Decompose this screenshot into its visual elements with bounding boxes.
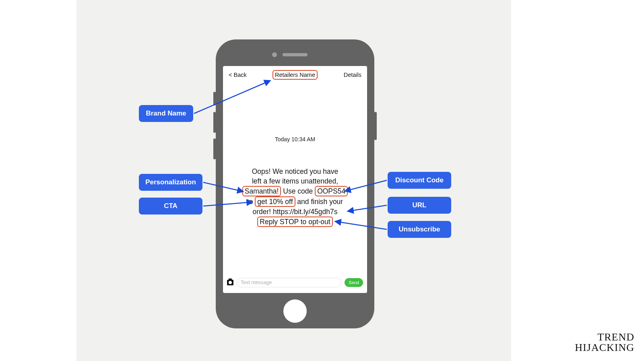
phone-screen: < Back Retailers Name Details Today 10:3… — [223, 66, 367, 293]
sms-message-body: Oops! We noticed you have left a few ite… — [223, 167, 367, 227]
highlight-unsubscribe: Reply STOP to opt-out — [257, 217, 332, 227]
msg-line: Reply STOP to opt-out — [237, 217, 353, 227]
phone-camera-icon — [272, 52, 277, 57]
callout-url: URL — [388, 197, 451, 214]
footer-brand-line1: TREND — [575, 332, 634, 342]
details-button[interactable]: Details — [344, 72, 361, 78]
text-message-input[interactable]: Text message — [237, 278, 341, 287]
back-button[interactable]: < Back — [229, 72, 247, 78]
msg-line: to get 10% off and finish your — [237, 196, 353, 207]
msg-line: order! https://bit.ly/45gdh7s — [237, 207, 353, 217]
msg-line: left a few items unattended, — [237, 176, 353, 186]
callout-unsubscribe: Unsubscribe — [388, 221, 451, 238]
diagram-canvas: < Back Retailers Name Details Today 10:3… — [0, 0, 644, 361]
send-button[interactable]: Send — [345, 278, 363, 287]
messages-header: < Back Retailers Name Details — [223, 66, 367, 84]
phone-mockup: < Back Retailers Name Details Today 10:3… — [216, 39, 374, 328]
msg-text: order! — [252, 208, 273, 216]
phone-side-button — [213, 92, 216, 105]
phone-speaker-icon — [283, 53, 308, 56]
msg-text: Use code — [281, 187, 315, 195]
callout-cta: CTA — [139, 198, 202, 215]
message-input-bar: Text message Send — [223, 274, 367, 293]
message-timestamp: Today 10:34 AM — [223, 136, 367, 142]
phone-side-button — [213, 112, 216, 133]
phone-side-button — [374, 112, 377, 140]
highlight-personalization: Samantha! — [242, 186, 281, 196]
callout-brand-name: Brand Name — [139, 105, 193, 122]
highlight-cta: get 10% off — [255, 196, 295, 207]
msg-line: Oops! We noticed you have — [237, 167, 353, 176]
phone-home-button — [283, 299, 307, 323]
footer-brand-line2: HIJACKING — [575, 342, 634, 353]
camera-icon[interactable] — [227, 280, 233, 285]
contact-name: Retailers Name — [272, 70, 318, 80]
highlight-discount-code: OOPS54 — [315, 186, 348, 196]
footer-brand: TREND HIJACKING — [575, 332, 634, 353]
msg-text: to — [247, 198, 255, 206]
msg-line: Samantha! Use code OOPS54 — [237, 186, 353, 196]
highlight-url: https://bit.ly/45gdh7s — [273, 208, 338, 216]
callout-personalization: Personalization — [139, 174, 202, 191]
callout-discount-code: Discount Code — [388, 172, 451, 189]
phone-side-button — [213, 138, 216, 159]
msg-text: and finish your — [295, 198, 343, 206]
